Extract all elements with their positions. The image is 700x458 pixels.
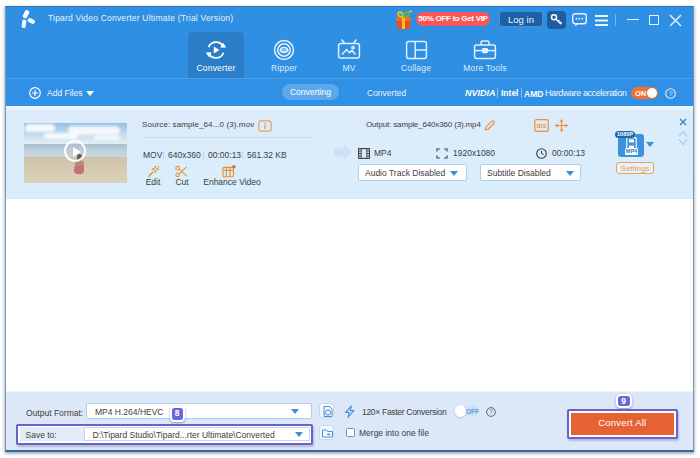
svg-text:DVD: DVD bbox=[280, 47, 289, 52]
svg-text:ID3: ID3 bbox=[537, 123, 547, 129]
svg-text:?: ? bbox=[489, 408, 493, 415]
svg-text:?: ? bbox=[668, 89, 672, 98]
